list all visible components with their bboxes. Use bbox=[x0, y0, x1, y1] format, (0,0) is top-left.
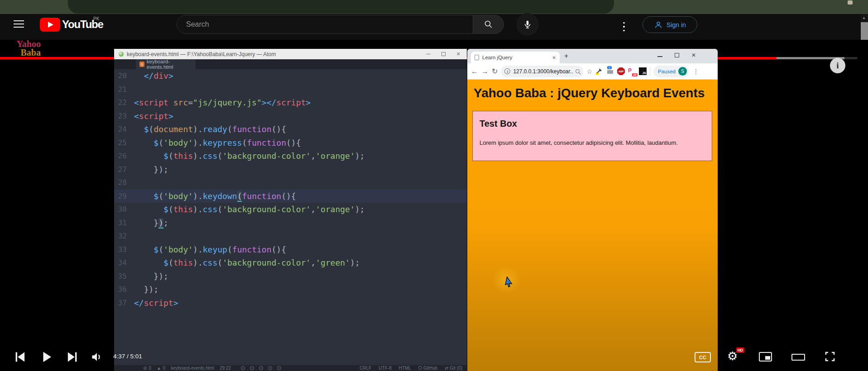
package-icon[interactable] bbox=[268, 366, 272, 370]
extension-badge: 20 bbox=[632, 73, 638, 76]
code-line[interactable]: 26 $(this).css('background-color','orang… bbox=[114, 149, 467, 163]
code-line[interactable]: 23<script> bbox=[114, 109, 467, 123]
atom-tab[interactable]: keyboard-events.html bbox=[136, 59, 196, 69]
sync-status: Paused bbox=[658, 69, 676, 74]
code-line[interactable]: 21 bbox=[114, 83, 467, 96]
tab-close-icon[interactable]: ✕ bbox=[552, 55, 556, 60]
status-item[interactable]: ⇄ Git (0) bbox=[445, 366, 462, 371]
perfectpixel-extension-icon[interactable]: P 20 bbox=[628, 67, 636, 75]
sign-in-button[interactable]: Sign in bbox=[643, 16, 697, 33]
package-icon[interactable] bbox=[241, 366, 245, 370]
code-line[interactable]: 22<script src="js/jquery.js"></script> bbox=[114, 96, 467, 109]
menu-icon[interactable] bbox=[14, 20, 24, 29]
site-info-icon[interactable] bbox=[504, 68, 510, 74]
warning-count[interactable]: ▲ 0 bbox=[157, 366, 165, 371]
code-line[interactable]: 20 </div> bbox=[114, 69, 467, 83]
chrome-menu-icon[interactable]: ⋮ bbox=[693, 68, 699, 75]
code-line[interactable]: 28 bbox=[114, 176, 467, 190]
close-icon[interactable]: ✕ bbox=[456, 52, 460, 56]
line-number: 35 bbox=[114, 270, 134, 283]
status-item[interactable]: UTF-8 bbox=[379, 366, 391, 371]
code-line[interactable]: 32 bbox=[114, 229, 467, 243]
address-bar[interactable]: 127.0.0.1:3000/keyboar... bbox=[501, 66, 583, 77]
line-number: 24 bbox=[114, 123, 134, 136]
atom-titlebar: keyboard-events.html — F:\YahooBaba\Lear… bbox=[114, 49, 467, 59]
zoom-icon[interactable] bbox=[575, 69, 580, 73]
browser-tab[interactable]: Learn jQuery ✕ bbox=[471, 52, 560, 63]
minimize-icon[interactable] bbox=[657, 56, 662, 57]
code-line[interactable]: 34 $(this).css('background-color','green… bbox=[114, 256, 467, 270]
channel-watermark[interactable]: Yahoo Baba bbox=[0, 40, 41, 57]
url-text[interactable]: 127.0.0.1:3000/keyboar... bbox=[513, 68, 573, 75]
line-number: 34 bbox=[114, 256, 134, 270]
toolbar-divider bbox=[650, 67, 650, 76]
code-line[interactable]: 36 }); bbox=[114, 283, 467, 296]
more-options-icon[interactable] bbox=[620, 19, 628, 34]
code-line[interactable]: 25 $('body').keypress(function(){ bbox=[114, 136, 467, 150]
maximize-icon[interactable] bbox=[441, 52, 446, 56]
search-bar[interactable] bbox=[177, 15, 473, 34]
code-lines: 20 </div>2122<script src="js/jquery.js">… bbox=[114, 69, 467, 309]
reload-icon[interactable]: ↻ bbox=[492, 67, 498, 76]
profile-button[interactable]: Paused S bbox=[653, 66, 689, 77]
package-icon[interactable] bbox=[277, 366, 281, 370]
play-button[interactable] bbox=[40, 350, 53, 364]
status-item[interactable]: CRLF bbox=[360, 366, 371, 371]
code-line[interactable]: 37</script> bbox=[114, 296, 467, 310]
code-line[interactable]: 31 }); bbox=[114, 216, 467, 230]
code-line[interactable]: 35 }); bbox=[114, 270, 467, 283]
package-icon[interactable] bbox=[250, 366, 254, 370]
code-line[interactable]: 29 $('body').keydown(function(){ bbox=[114, 190, 467, 203]
next-button[interactable] bbox=[66, 351, 78, 363]
subtitles-button[interactable]: CC bbox=[695, 352, 711, 362]
search-input[interactable] bbox=[177, 20, 449, 29]
js-toggle-extension-icon[interactable]: JS bbox=[639, 67, 647, 75]
ruler-extension-icon[interactable]: 0 bbox=[606, 67, 614, 75]
scrollbar-up-arrow[interactable]: ▲ bbox=[862, 16, 866, 20]
web-page: Yahoo Baba : jQuery Keyboard Events Test… bbox=[467, 80, 718, 371]
package-icon[interactable] bbox=[259, 366, 263, 370]
line-number: 31 bbox=[114, 216, 134, 230]
ruler-glyph bbox=[607, 70, 613, 74]
volume-button[interactable] bbox=[91, 351, 103, 363]
code-editor[interactable]: 20 </div>2122<script src="js/jquery.js">… bbox=[114, 69, 467, 365]
video-info-card-icon[interactable]: i bbox=[830, 58, 845, 73]
settings-button[interactable]: ⚙ HD bbox=[727, 349, 741, 363]
line-number: 21 bbox=[114, 83, 134, 96]
maximize-icon[interactable] bbox=[675, 53, 679, 57]
time-display: 4:37 / 5:01 bbox=[113, 353, 142, 360]
status-filename[interactable]: keyboard-events.html bbox=[171, 366, 214, 371]
background-browser-bar bbox=[0, 0, 868, 14]
fullscreen-button[interactable] bbox=[824, 351, 836, 362]
line-number: 36 bbox=[114, 283, 134, 296]
theater-mode-button[interactable] bbox=[791, 354, 805, 361]
minimize-icon[interactable] bbox=[426, 54, 431, 55]
video-player[interactable]: keyboard-events.html — F:\YahooBaba\Lear… bbox=[0, 40, 868, 371]
code-line[interactable]: 24 $(document).ready(function(){ bbox=[114, 123, 467, 136]
new-tab-button[interactable]: + bbox=[564, 52, 568, 60]
chrome-window: Learn jQuery ✕ + ✕ ← → ↻ 127.0.0.1:3000/… bbox=[467, 49, 718, 371]
code-line[interactable]: 27 }); bbox=[114, 163, 467, 176]
atom-statusbar: ⊘ 0 ▲ 0 keyboard-events.html 29:22 CRLFU… bbox=[114, 365, 467, 371]
watermark-line2: Baba bbox=[0, 48, 41, 57]
status-item[interactable]: HTML bbox=[399, 366, 411, 371]
error-count[interactable]: ⊘ 0 bbox=[143, 366, 151, 371]
previous-button[interactable] bbox=[14, 351, 26, 363]
code-line[interactable]: 33 $('body').keyup(function(){ bbox=[114, 243, 467, 257]
test-box: Test Box Lorem ipsum dolor sit amet, con… bbox=[472, 111, 712, 161]
voice-search-button[interactable] bbox=[516, 13, 539, 36]
adblock-plus-extension-icon[interactable]: ABP bbox=[617, 67, 625, 75]
region-code: PK bbox=[93, 16, 99, 21]
page-favicon bbox=[475, 55, 479, 60]
close-icon[interactable]: ✕ bbox=[691, 52, 696, 58]
cursor-position[interactable]: 29:22 bbox=[220, 366, 231, 371]
forward-icon[interactable]: → bbox=[481, 67, 489, 76]
back-icon[interactable]: ← bbox=[471, 67, 478, 76]
status-item[interactable]: GitHub bbox=[418, 366, 437, 371]
bookmark-star-icon[interactable]: ☆ bbox=[586, 68, 592, 75]
color-picker-extension-icon[interactable] bbox=[595, 67, 603, 75]
search-button[interactable] bbox=[473, 15, 504, 34]
miniplayer-button[interactable] bbox=[759, 352, 772, 361]
code-line[interactable]: 30 $(this).css('background-color','orang… bbox=[114, 203, 467, 216]
chrome-toolbar: ← → ↻ 127.0.0.1:3000/keyboar... ☆ 0 ABP bbox=[467, 63, 718, 80]
